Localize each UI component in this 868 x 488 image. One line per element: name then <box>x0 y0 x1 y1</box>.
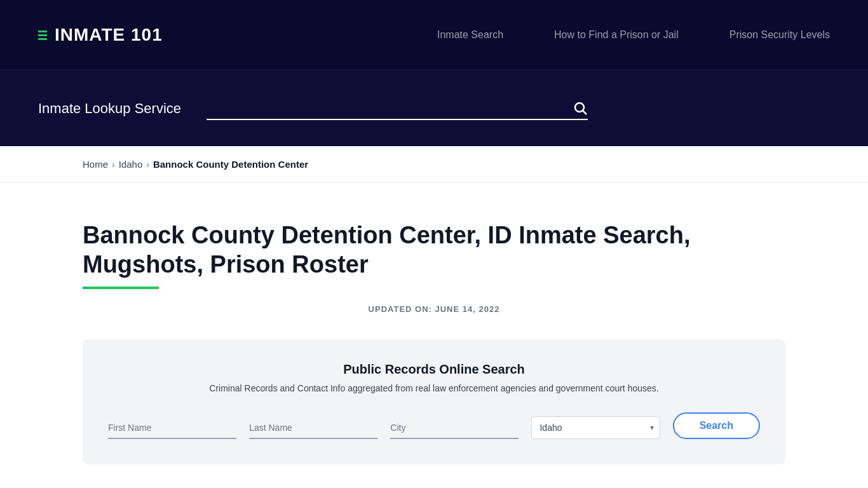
logo-icon <box>38 30 47 40</box>
search-button[interactable]: Search <box>673 412 760 439</box>
svg-line-1 <box>583 111 587 114</box>
search-card: Public Records Online Search Criminal Re… <box>83 339 785 464</box>
nav-how-to-find[interactable]: How to Find a Prison or Jail <box>554 29 679 41</box>
search-icon <box>573 100 588 116</box>
nav-links: Inmate Search How to Find a Prison or Ja… <box>437 29 830 41</box>
site-logo[interactable]: INMATE 101 <box>38 25 163 45</box>
state-select-wrapper: AlabamaAlaskaArizonaArkansasCaliforniaCo… <box>531 416 660 439</box>
svg-point-0 <box>575 103 584 112</box>
page-title: Bannock County Detention Center, ID Inma… <box>83 221 785 279</box>
breadcrumb-chevron-2: › <box>146 159 149 170</box>
nav-security-levels[interactable]: Prison Security Levels <box>729 29 830 41</box>
search-section: Inmate Lookup Service <box>0 70 868 146</box>
search-form-row: AlabamaAlaskaArizonaArkansasCaliforniaCo… <box>108 412 760 439</box>
title-underline <box>83 287 159 289</box>
city-group <box>390 417 519 439</box>
logo-text: INMATE 101 <box>55 25 163 45</box>
nav-inmate-search[interactable]: Inmate Search <box>437 29 503 41</box>
search-submit-button[interactable] <box>573 100 588 116</box>
search-input-wrapper <box>207 97 588 120</box>
updated-date: UPDATED ON: JUNE 14, 2022 <box>83 304 785 314</box>
state-select[interactable]: AlabamaAlaskaArizonaArkansasCaliforniaCo… <box>531 416 660 439</box>
breadcrumb-chevron-1: › <box>112 159 115 170</box>
breadcrumb: Home › Idaho › Bannock County Detention … <box>83 159 785 170</box>
card-subtitle: Criminal Records and Contact Info aggreg… <box>108 383 760 393</box>
search-input[interactable] <box>207 97 588 119</box>
top-navigation: INMATE 101 Inmate Search How to Find a P… <box>0 0 868 70</box>
breadcrumb-section: Home › Idaho › Bannock County Detention … <box>0 146 868 183</box>
search-section-label: Inmate Lookup Service <box>38 100 181 117</box>
main-content: Bannock County Detention Center, ID Inma… <box>0 183 868 488</box>
breadcrumb-state[interactable]: Idaho <box>119 159 143 170</box>
last-name-group <box>249 417 377 439</box>
breadcrumb-home[interactable]: Home <box>83 159 108 170</box>
first-name-group <box>108 417 236 439</box>
breadcrumb-current: Bannock County Detention Center <box>153 159 308 170</box>
first-name-input[interactable] <box>108 417 236 439</box>
card-title: Public Records Online Search <box>108 362 760 377</box>
city-input[interactable] <box>390 417 519 439</box>
last-name-input[interactable] <box>249 417 377 439</box>
